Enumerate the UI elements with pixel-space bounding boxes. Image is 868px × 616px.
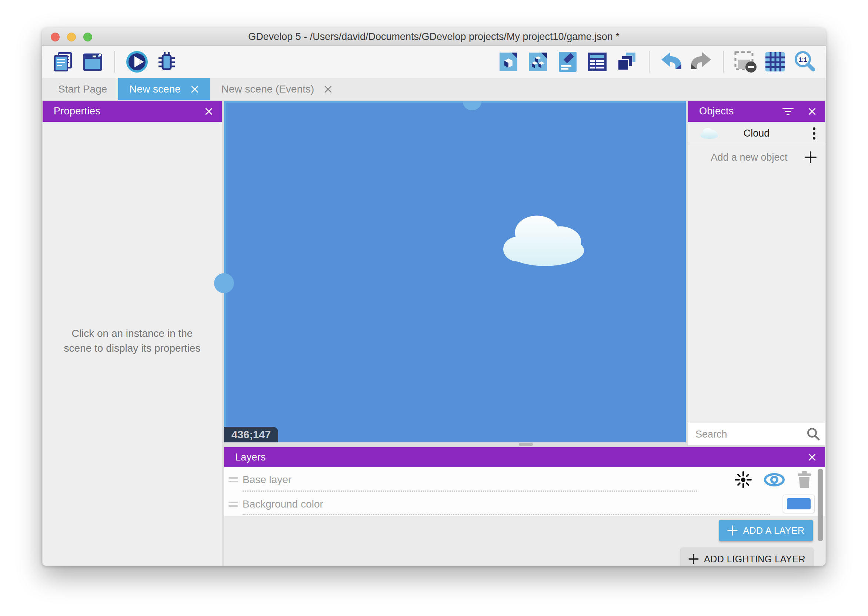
layer-row-base-layer: Base layer <box>224 467 825 492</box>
object-groups-icon <box>527 51 549 72</box>
add-new-object-row[interactable]: Add a new object <box>688 145 825 170</box>
undo-button[interactable] <box>660 50 683 73</box>
object-options-menu-icon[interactable] <box>813 127 815 140</box>
add-layer-button[interactable]: ADD A LAYER <box>719 520 813 541</box>
search-icon <box>806 427 821 442</box>
add-lighting-layer-button[interactable]: ADD LIGHTING LAYER <box>681 548 813 566</box>
open-layers-editor-button[interactable] <box>615 50 638 73</box>
layer-name-field[interactable]: Background color <box>242 498 323 510</box>
debug-bug-icon <box>156 52 177 72</box>
editor-content: Properties Click on an instance in the s… <box>42 100 826 566</box>
properties-empty-message: Click on an instance in the scene to dis… <box>57 326 208 356</box>
toolbar-separator <box>649 51 649 72</box>
window-mask-icon <box>733 50 758 74</box>
objects-panel: Objects <box>688 101 825 445</box>
maximize-window-button[interactable] <box>83 33 92 41</box>
play-preview-button[interactable] <box>126 50 148 73</box>
minimize-window-button[interactable] <box>67 33 76 41</box>
close-layers-panel-icon[interactable] <box>799 453 825 462</box>
undo-icon <box>659 52 684 72</box>
plus-icon <box>689 554 699 564</box>
game-window-border-left <box>224 101 226 442</box>
game-window-top-handle[interactable] <box>462 101 482 110</box>
objects-editor-icon <box>498 51 519 72</box>
play-icon <box>126 50 148 73</box>
svg-text:1:1: 1:1 <box>798 57 807 63</box>
layer-drag-handle-icon[interactable] <box>228 501 238 507</box>
scene-canvas[interactable]: 436;147 <box>224 101 686 442</box>
zoom-one-to-one-icon: 1:1 <box>793 50 816 73</box>
close-window-button[interactable] <box>51 33 60 41</box>
tab-new-scene[interactable]: New scene <box>118 78 210 100</box>
open-object-groups-button[interactable] <box>527 50 550 73</box>
object-list-item-cloud[interactable]: Cloud <box>688 122 825 145</box>
titlebar: GDevelop 5 - /Users/david/Documents/GDev… <box>42 28 826 46</box>
tab-label: Start Page <box>58 83 107 95</box>
cloud-thumbnail-icon <box>699 127 720 140</box>
layers-editor-icon <box>616 51 638 72</box>
properties-panel-header: Properties <box>42 101 222 122</box>
open-scene-properties-button[interactable] <box>556 50 579 73</box>
layer-delete-trash-icon[interactable] <box>797 471 812 489</box>
layer-row-background-color: Background color <box>224 492 825 516</box>
cloud-instance[interactable] <box>497 212 593 268</box>
object-search-input[interactable] <box>688 423 825 445</box>
main-toolbar: 1:1 <box>42 46 826 78</box>
layer-visibility-eye-icon[interactable] <box>764 472 785 487</box>
tab-new-scene-events[interactable]: New scene (Events) <box>210 78 344 100</box>
toolbar-right-group: 1:1 <box>497 50 816 73</box>
add-object-plus-icon[interactable] <box>804 151 817 163</box>
background-color-swatch <box>787 498 811 509</box>
layer-effects-icon[interactable] <box>735 471 752 488</box>
game-window-left-handle[interactable] <box>214 273 234 293</box>
close-properties-panel-icon[interactable] <box>196 107 222 116</box>
layers-panel: Layers Base layer <box>224 447 825 566</box>
redo-button[interactable] <box>690 50 712 73</box>
scene-window-icon <box>82 52 103 72</box>
close-objects-panel-icon[interactable] <box>799 107 825 116</box>
open-instances-list-button[interactable] <box>586 50 609 73</box>
objects-panel-title: Objects <box>688 105 734 117</box>
add-lighting-layer-button-label: ADD LIGHTING LAYER <box>704 554 805 564</box>
background-color-picker[interactable] <box>783 495 815 513</box>
object-search-box <box>688 423 825 445</box>
toggle-window-mask-button[interactable] <box>734 50 757 73</box>
open-objects-editor-button[interactable] <box>497 50 520 73</box>
scene-properties-icon <box>558 51 577 72</box>
toolbar-separator <box>115 51 115 72</box>
instances-list-icon <box>587 51 608 72</box>
layer-name-field[interactable]: Base layer <box>242 474 291 486</box>
layer-drag-handle-icon[interactable] <box>228 477 238 482</box>
layers-panel-resize-handle[interactable] <box>519 443 533 446</box>
layers-panel-footer: ADD A LAYER ADD LIGHTING LAYER <box>224 516 825 566</box>
open-scene-window-button[interactable] <box>81 50 104 73</box>
layers-panel-title: Layers <box>224 452 266 463</box>
traffic-lights <box>51 33 92 41</box>
game-window-border-top <box>224 101 686 103</box>
properties-panel-title: Properties <box>42 105 101 117</box>
properties-panel: Properties Click on an instance in the s… <box>42 101 222 566</box>
toolbar-left-group <box>52 50 178 73</box>
layer-name-underline <box>242 514 770 515</box>
debug-button[interactable] <box>155 50 178 73</box>
toolbar-separator <box>723 51 723 72</box>
tab-label: New scene (Events) <box>222 83 314 95</box>
gdevelop-window: GDevelop 5 - /Users/david/Documents/GDev… <box>42 28 826 566</box>
project-manager-button[interactable] <box>52 50 74 73</box>
close-tab-icon[interactable] <box>324 85 333 94</box>
toggle-grid-button[interactable] <box>764 50 786 73</box>
layers-scrollbar-thumb[interactable] <box>818 469 823 541</box>
tab-bar: Start Page New scene New scene (Events) <box>42 78 826 100</box>
filter-objects-icon[interactable] <box>777 106 799 116</box>
close-tab-icon[interactable] <box>190 85 199 94</box>
window-title: GDevelop 5 - /Users/david/Documents/GDev… <box>42 28 826 46</box>
layers-panel-header: Layers <box>224 447 825 467</box>
tab-label: New scene <box>129 83 181 95</box>
zoom-one-to-one-button[interactable]: 1:1 <box>793 50 816 73</box>
tab-start-page[interactable]: Start Page <box>47 78 118 100</box>
project-manager-icon <box>53 52 73 72</box>
grid-icon <box>764 51 786 72</box>
layer-name-underline <box>242 490 697 492</box>
objects-panel-header: Objects <box>688 101 825 122</box>
add-layer-button-label: ADD A LAYER <box>743 525 804 536</box>
